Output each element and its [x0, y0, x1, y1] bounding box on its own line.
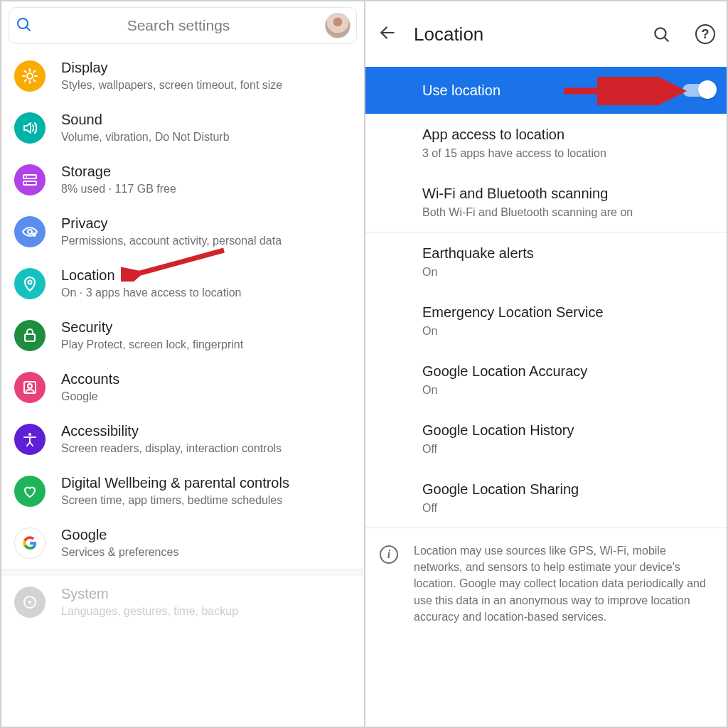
row-title: Wi-Fi and Bluetooth scanning: [422, 186, 714, 202]
settings-row-security[interactable]: Security Play Protect, screen lock, fing…: [1, 309, 364, 361]
accounts-icon: [14, 372, 46, 403]
search-icon[interactable]: [651, 24, 671, 44]
location-row-google-sharing[interactable]: Google Location Sharing Off: [365, 469, 727, 528]
list-divider: [1, 569, 364, 576]
use-location-row[interactable]: Use location: [365, 67, 727, 114]
svg-point-16: [32, 232, 36, 237]
row-title: Google Location History: [422, 422, 714, 439]
settings-row-privacy[interactable]: Privacy Permissions, account activity, p…: [1, 205, 364, 257]
settings-row-system[interactable]: System Languages, gestures, time, backup: [1, 576, 364, 628]
row-title: System: [61, 586, 238, 602]
row-subtitle: On: [422, 325, 714, 338]
page-title: Location: [414, 23, 627, 46]
profile-avatar[interactable]: [325, 13, 350, 38]
svg-line-7: [25, 70, 26, 72]
app-bar: Location ?: [365, 1, 727, 67]
settings-row-accounts[interactable]: Accounts Google: [1, 361, 364, 413]
info-icon: i: [380, 545, 398, 564]
svg-line-1: [27, 28, 30, 31]
row-subtitle: Google: [61, 390, 119, 403]
row-title: Privacy: [61, 215, 282, 232]
row-subtitle: 3 of 15 apps have access to location: [422, 147, 714, 160]
row-subtitle: On: [422, 266, 714, 279]
row-subtitle: Languages, gestures, time, backup: [61, 605, 238, 618]
row-title: Security: [61, 319, 243, 336]
row-title: Earthquake alerts: [422, 245, 714, 262]
row-title: Sound: [61, 112, 230, 128]
row-subtitle: Both Wi-Fi and Bluetooth scanning are on: [422, 206, 714, 219]
help-icon[interactable]: ?: [695, 24, 715, 44]
use-location-toggle[interactable]: [682, 84, 714, 97]
system-icon: [14, 587, 46, 618]
row-title: Emergency Location Service: [422, 304, 714, 321]
row-subtitle: Play Protect, screen lock, fingerprint: [61, 338, 243, 351]
search-placeholder: Search settings: [39, 17, 318, 34]
row-subtitle: On: [422, 384, 714, 397]
svg-point-26: [655, 28, 665, 38]
sound-icon: [14, 112, 46, 144]
svg-rect-19: [25, 334, 35, 341]
location-row-app-access[interactable]: App access to location 3 of 15 apps have…: [365, 114, 727, 173]
location-row-google-history[interactable]: Google Location History Off: [365, 410, 727, 469]
svg-rect-11: [23, 175, 36, 178]
settings-row-location[interactable]: Location On · 3 apps have access to loca…: [1, 257, 364, 309]
row-subtitle: Screen readers, display, interaction con…: [61, 442, 282, 455]
row-title: Display: [61, 60, 282, 76]
wellbeing-icon: [14, 476, 46, 507]
row-subtitle: Volume, vibration, Do Not Disturb: [61, 131, 230, 144]
svg-point-21: [28, 384, 32, 388]
annotation-arrow-icon: [560, 77, 688, 105]
svg-point-13: [26, 176, 27, 177]
svg-point-2: [27, 73, 33, 79]
row-subtitle: Permissions, account activity, personal …: [61, 235, 282, 247]
svg-line-27: [665, 38, 668, 41]
svg-point-24: [28, 601, 31, 604]
settings-row-google[interactable]: Google Services & preferences: [1, 517, 364, 569]
settings-row-storage[interactable]: Storage 8% used · 117 GB free: [1, 154, 364, 205]
settings-row-display[interactable]: Display Styles, wallpapers, screen timeo…: [1, 50, 364, 102]
display-icon: [14, 60, 46, 92]
settings-row-accessibility[interactable]: Accessibility Screen readers, display, i…: [1, 413, 364, 465]
settings-list: Display Styles, wallpapers, screen timeo…: [1, 48, 364, 628]
settings-row-wellbeing[interactable]: Digital Wellbeing & parental controls Sc…: [1, 465, 364, 517]
svg-point-0: [18, 18, 28, 28]
location-row-emergency-location[interactable]: Emergency Location Service On: [365, 291, 727, 350]
row-subtitle: Styles, wallpapers, screen timeout, font…: [61, 79, 282, 92]
storage-icon: [14, 164, 46, 196]
svg-rect-12: [23, 181, 36, 185]
location-icon: [14, 268, 46, 299]
row-subtitle: 8% used · 117 GB free: [61, 183, 176, 196]
accessibility-icon: [14, 424, 46, 455]
info-block: i Location may use sources like GPS, Wi-…: [365, 528, 727, 645]
google-icon: [14, 528, 46, 559]
row-title: Location: [61, 267, 241, 284]
svg-line-9: [25, 80, 26, 81]
row-subtitle: Screen time, app timers, bedtime schedul…: [61, 494, 289, 507]
svg-line-10: [33, 70, 35, 72]
search-settings-bar[interactable]: Search settings: [9, 7, 357, 44]
row-subtitle: On · 3 apps have access to location: [61, 287, 241, 299]
location-settings-pane: Location ? Use location App access to lo…: [364, 1, 727, 727]
settings-row-sound[interactable]: Sound Volume, vibration, Do Not Disturb: [1, 102, 364, 154]
svg-line-8: [33, 80, 35, 81]
row-title: Storage: [61, 164, 176, 180]
search-icon: [15, 16, 32, 36]
location-row-google-accuracy[interactable]: Google Location Accuracy On: [365, 350, 727, 410]
row-title: App access to location: [422, 127, 714, 143]
privacy-icon: [14, 216, 46, 247]
security-icon: [14, 320, 46, 351]
row-title: Accessibility: [61, 423, 282, 439]
row-subtitle: Services & preferences: [61, 546, 178, 559]
settings-main-pane: Search settings Display Styles, wallpape…: [1, 1, 364, 727]
svg-point-22: [28, 433, 31, 436]
svg-point-14: [26, 182, 27, 183]
use-location-label: Use location: [422, 82, 500, 99]
row-title: Google Location Sharing: [422, 481, 714, 498]
row-title: Google: [61, 527, 178, 543]
back-button[interactable]: [378, 23, 397, 45]
svg-point-17: [28, 280, 32, 284]
row-title: Accounts: [61, 371, 119, 387]
location-row-earthquake-alerts[interactable]: Earthquake alerts On: [365, 232, 727, 291]
location-row-wifi-bt-scanning[interactable]: Wi-Fi and Bluetooth scanning Both Wi-Fi …: [365, 173, 727, 232]
row-subtitle: Off: [422, 502, 714, 515]
